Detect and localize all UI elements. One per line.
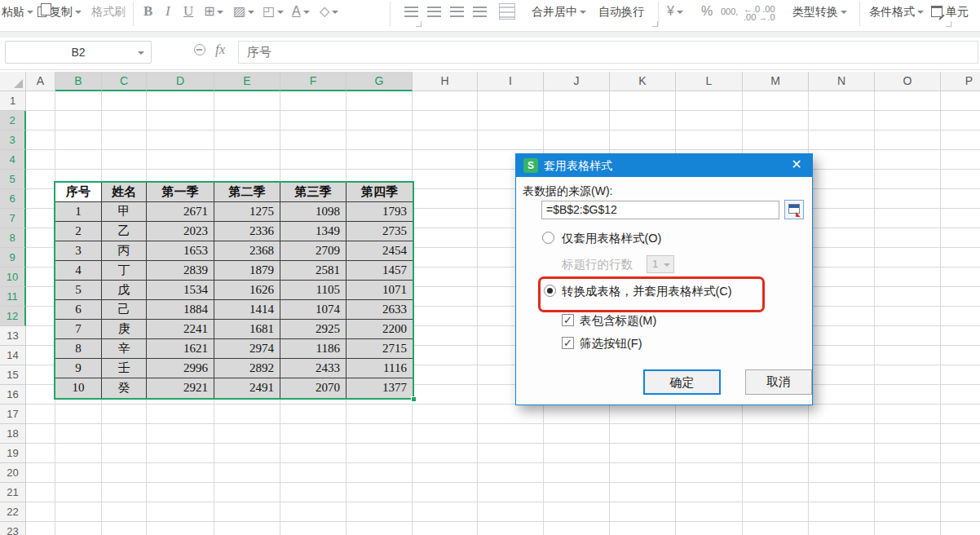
checkbox-filter-button[interactable]: ✓ xyxy=(562,337,574,349)
copy-button[interactable]: 复制 xyxy=(38,2,82,22)
dialog-launcher-icon[interactable] xyxy=(946,21,951,27)
table-header-cell[interactable]: 第一季 xyxy=(147,183,214,202)
row-header-13[interactable]: 13 xyxy=(0,326,26,346)
radio-style-only[interactable] xyxy=(542,232,554,244)
row-header-16[interactable]: 16 xyxy=(0,385,26,405)
selected-table-range[interactable]: 序号姓名第一季第二季第三季第四季1甲26711275109817932乙2023… xyxy=(54,181,414,400)
table-cell[interactable]: 6 xyxy=(55,300,102,320)
draw-border-button[interactable]: ▨ xyxy=(233,2,254,22)
row-header-14[interactable]: 14 xyxy=(0,346,26,365)
table-cell[interactable]: 10 xyxy=(55,378,102,398)
ok-button[interactable]: 确定 xyxy=(643,369,721,395)
radio-convert-to-table-label[interactable]: 转换成表格，并套用表格样式(C) xyxy=(562,284,732,299)
table-cell[interactable]: 2368 xyxy=(214,241,280,261)
table-cell[interactable]: 1626 xyxy=(214,281,280,300)
table-cell[interactable]: 丁 xyxy=(102,261,147,281)
table-cell[interactable]: 1275 xyxy=(214,202,280,222)
table-header-cell[interactable]: 第三季 xyxy=(280,183,347,202)
table-cell[interactable]: 1116 xyxy=(347,359,413,378)
column-header-L[interactable]: L xyxy=(676,72,743,91)
row-header-3[interactable]: 3 xyxy=(0,130,26,150)
table-cell[interactable]: 1105 xyxy=(280,281,347,300)
table-cell[interactable]: 1098 xyxy=(280,202,347,222)
table-cell[interactable]: 2454 xyxy=(347,241,413,261)
align-right-icon[interactable] xyxy=(450,7,464,17)
conditional-format-button[interactable]: 条件格式 xyxy=(869,2,924,22)
table-cell[interactable]: 1074 xyxy=(280,300,347,320)
row-header-1[interactable]: 1 xyxy=(0,91,26,111)
table-cell[interactable]: 4 xyxy=(55,261,102,281)
table-cell[interactable]: 2839 xyxy=(147,261,214,281)
table-cell[interactable]: 壬 xyxy=(102,359,147,378)
row-header-18[interactable]: 18 xyxy=(0,424,26,444)
row-header-7[interactable]: 7 xyxy=(0,209,26,228)
table-cell[interactable]: 1071 xyxy=(347,281,413,300)
radio-style-only-label[interactable]: 仅套用表格样式(O) xyxy=(562,231,661,246)
table-cell[interactable]: 1457 xyxy=(347,261,413,281)
table-cell[interactable]: 9 xyxy=(55,359,102,378)
text-orientation-icon[interactable] xyxy=(499,3,515,20)
column-header-M[interactable]: M xyxy=(743,72,809,91)
column-header-A[interactable]: A xyxy=(26,72,55,91)
table-cell[interactable]: 2433 xyxy=(280,359,347,378)
table-cell[interactable]: 2581 xyxy=(280,261,347,281)
row-header-5[interactable]: 5 xyxy=(0,170,26,189)
row-header-8[interactable]: 8 xyxy=(0,228,26,248)
column-header-G[interactable]: G xyxy=(347,72,413,91)
table-header-cell[interactable]: 序号 xyxy=(55,183,102,202)
row-header-6[interactable]: 6 xyxy=(0,189,26,209)
table-cell[interactable]: 癸 xyxy=(102,378,147,398)
table-cell[interactable]: 2633 xyxy=(347,300,413,320)
table-cell[interactable]: 1186 xyxy=(280,339,347,359)
thousands-separator-button[interactable]: 000, xyxy=(721,2,738,22)
formula-input[interactable]: 序号 xyxy=(238,41,978,64)
row-header-22[interactable]: 22 xyxy=(0,502,26,522)
table-cell[interactable]: 2491 xyxy=(214,378,280,398)
spreadsheet-grid[interactable]: ABCDEFGHIJKLMNOP 12345678910111213141516… xyxy=(0,72,980,535)
table-cell[interactable]: 2735 xyxy=(347,222,413,241)
dialog-launcher-icon[interactable] xyxy=(416,21,422,27)
cell-style-button[interactable]: 单元 xyxy=(931,2,969,22)
table-cell[interactable]: 1879 xyxy=(214,261,280,281)
table-cell[interactable]: 1414 xyxy=(214,300,280,320)
table-header-cell[interactable]: 第四季 xyxy=(347,183,413,202)
fill-color-button[interactable]: ◰ xyxy=(263,2,284,22)
table-cell[interactable]: 2241 xyxy=(147,320,214,339)
radio-convert-to-table[interactable] xyxy=(544,285,556,297)
row-header-15[interactable]: 15 xyxy=(0,365,26,385)
row-header-11[interactable]: 11 xyxy=(0,287,26,307)
column-header-N[interactable]: N xyxy=(809,72,875,91)
table-cell[interactable]: 2925 xyxy=(280,320,347,339)
table-cell[interactable]: 1884 xyxy=(147,300,214,320)
column-header-H[interactable]: H xyxy=(413,72,478,91)
row-header-19[interactable]: 19 xyxy=(0,444,26,463)
merge-center-button[interactable]: 合并居中 xyxy=(532,2,586,22)
table-cell[interactable]: 2671 xyxy=(147,202,214,222)
table-cell[interactable]: 3 xyxy=(55,241,102,261)
checkbox-filter-button-label[interactable]: 筛选按钮(F) xyxy=(580,336,642,352)
table-cell[interactable]: 庚 xyxy=(102,320,147,339)
paste-button[interactable]: 粘贴 xyxy=(2,2,33,22)
close-icon[interactable]: ✕ xyxy=(784,154,809,177)
table-cell[interactable]: 2070 xyxy=(280,378,347,398)
fx-icon[interactable]: fx xyxy=(215,42,225,58)
row-header-17[interactable]: 17 xyxy=(0,405,26,424)
select-all-corner[interactable] xyxy=(0,72,26,91)
table-cell[interactable]: 2336 xyxy=(214,222,280,241)
column-header-O[interactable]: O xyxy=(875,72,941,91)
table-cell[interactable]: 2200 xyxy=(347,320,413,339)
table-cell[interactable]: 1621 xyxy=(147,339,214,359)
table-header-cell[interactable]: 姓名 xyxy=(102,183,147,202)
column-header-K[interactable]: K xyxy=(610,72,676,91)
column-header-J[interactable]: J xyxy=(544,72,610,91)
fill-handle[interactable] xyxy=(411,396,417,402)
table-cell[interactable]: 辛 xyxy=(102,339,147,359)
wrap-text-button[interactable]: 自动换行 xyxy=(598,2,644,22)
row-header-20[interactable]: 20 xyxy=(0,463,26,483)
row-header-2[interactable]: 2 xyxy=(0,111,26,130)
table-header-cell[interactable]: 第二季 xyxy=(214,183,280,202)
table-cell[interactable]: 1653 xyxy=(147,241,214,261)
table-cell[interactable]: 1349 xyxy=(280,222,347,241)
format-painter-button[interactable]: 格式刷 xyxy=(91,2,126,22)
table-cell[interactable]: 2974 xyxy=(214,339,280,359)
